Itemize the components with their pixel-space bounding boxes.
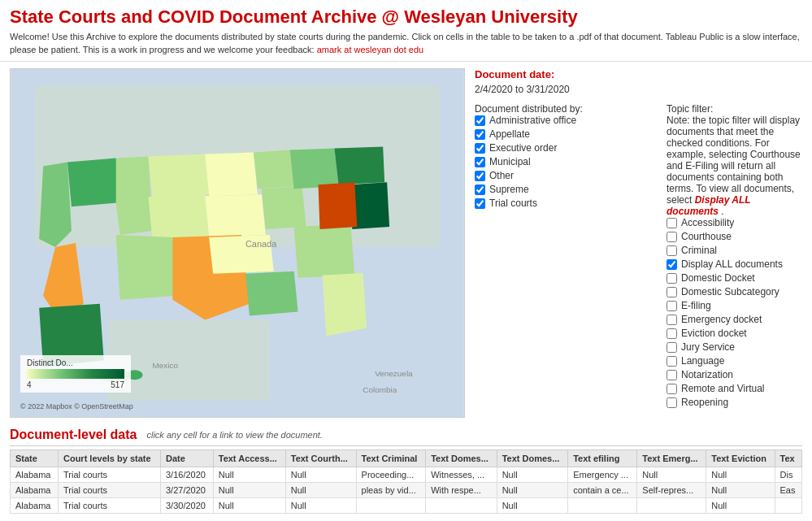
- svg-marker-14: [334, 147, 384, 185]
- topic-filter-checkbox-1[interactable]: [667, 232, 677, 242]
- doc-distributed-label-5[interactable]: Supreme: [489, 184, 529, 195]
- topic-filter-label-4[interactable]: Domestic Docket: [681, 272, 755, 284]
- table-cell-0-8[interactable]: Emergency ...: [568, 467, 637, 483]
- topic-filter-label-7[interactable]: Emergency docket: [681, 314, 762, 325]
- topic-filter-label-5[interactable]: Domestic Subcategory: [681, 286, 779, 297]
- table-cell-0-3[interactable]: Null: [213, 467, 285, 483]
- table-row[interactable]: AlabamaTrial courts3/27/2020NullNullplea…: [11, 483, 802, 498]
- table-col-header-10[interactable]: Text Eviction: [706, 450, 775, 467]
- topic-filter-label-10[interactable]: Language: [681, 355, 724, 367]
- table-cell-2-8[interactable]: [568, 498, 637, 514]
- table-cell-2-3[interactable]: Null: [213, 498, 285, 514]
- topic-filter-checkbox-6[interactable]: [667, 301, 677, 311]
- topic-filter-label-12[interactable]: Remote and Virtual: [681, 383, 765, 394]
- table-col-header-5[interactable]: Text Criminal: [356, 450, 426, 467]
- topic-filter-item: Criminal: [667, 245, 802, 256]
- table-row[interactable]: AlabamaTrial courts3/16/2020NullNullProc…: [11, 467, 802, 483]
- table-col-header-0[interactable]: State: [11, 450, 59, 467]
- topic-filter-label-9[interactable]: Jury Service: [681, 341, 735, 353]
- topic-filter-checkbox-0[interactable]: [667, 218, 677, 228]
- filters-container: Document distributed by: Administrative …: [475, 103, 802, 410]
- table-col-header-6[interactable]: Text Domes...: [426, 450, 497, 467]
- table-cell-1-9[interactable]: Self-repres...: [637, 483, 706, 498]
- table-cell-2-4[interactable]: Null: [285, 498, 356, 514]
- doc-level-header: Document-level data click any cell for a…: [10, 424, 802, 446]
- table-cell-1-6[interactable]: With respe...: [426, 483, 497, 498]
- topic-filter-label-13[interactable]: Reopening: [681, 397, 728, 408]
- topic-filter-checkbox-7[interactable]: [667, 315, 677, 325]
- table-cell-1-8[interactable]: contain a ce...: [568, 483, 637, 498]
- table-cell-0-9[interactable]: Null: [637, 467, 706, 483]
- table-cell-2-5[interactable]: [356, 498, 426, 514]
- table-cell-0-7[interactable]: Null: [497, 467, 568, 483]
- table-cell-1-2[interactable]: 3/27/2020: [161, 483, 214, 498]
- table-cell-0-2[interactable]: 3/16/2020: [161, 467, 214, 483]
- table-col-header-11[interactable]: Tex: [775, 450, 801, 467]
- doc-distributed-checkbox-3[interactable]: [475, 157, 485, 167]
- table-cell-0-0[interactable]: Alabama: [11, 467, 59, 483]
- table-col-header-2[interactable]: Date: [161, 450, 214, 467]
- table-cell-2-10[interactable]: Null: [706, 498, 775, 514]
- doc-distributed-label-4[interactable]: Other: [489, 170, 514, 181]
- doc-distributed-checkbox-6[interactable]: [475, 198, 485, 209]
- doc-distributed-label-0[interactable]: Administrative office: [489, 115, 576, 126]
- topic-filter-label-8[interactable]: Eviction docket: [681, 328, 747, 339]
- table-cell-0-4[interactable]: Null: [285, 467, 356, 483]
- topic-filter-label-0[interactable]: Accessibility: [681, 217, 734, 228]
- table-cell-2-11[interactable]: [775, 498, 801, 514]
- doc-distributed-checkbox-1[interactable]: [475, 129, 485, 140]
- table-cell-1-5[interactable]: pleas by vid...: [356, 483, 426, 498]
- table-cell-1-7[interactable]: Null: [497, 483, 568, 498]
- table-cell-1-11[interactable]: Eas: [775, 483, 801, 498]
- table-col-header-9[interactable]: Text Emerg...: [637, 450, 706, 467]
- topic-filter-checkbox-10[interactable]: [667, 356, 677, 367]
- doc-distributed-checkbox-5[interactable]: [475, 185, 485, 195]
- table-col-header-1[interactable]: Court levels by state: [58, 450, 160, 467]
- table-cell-0-11[interactable]: Dis: [775, 467, 801, 483]
- table-cell-2-1[interactable]: Trial courts: [58, 498, 160, 514]
- doc-level-title: Document-level data: [10, 428, 137, 442]
- table-cell-2-0[interactable]: Alabama: [11, 498, 59, 514]
- table-cell-2-7[interactable]: Null: [497, 498, 568, 514]
- doc-distributed-checkbox-2[interactable]: [475, 143, 485, 154]
- table-row[interactable]: AlabamaTrial courts3/30/2020NullNullNull…: [11, 498, 802, 514]
- topic-filter-label-3[interactable]: Display ALL documents: [681, 258, 783, 270]
- table-cell-2-2[interactable]: 3/30/2020: [161, 498, 214, 514]
- topic-filter-checkbox-2[interactable]: [667, 245, 677, 256]
- table-cell-0-10[interactable]: Null: [706, 467, 775, 483]
- table-cell-0-6[interactable]: Witnesses, ...: [426, 467, 497, 483]
- topic-filter-label-2[interactable]: Criminal: [681, 245, 717, 256]
- topic-filter-checkbox-5[interactable]: [667, 287, 677, 297]
- table-col-header-8[interactable]: Text efiling: [568, 450, 637, 467]
- doc-distributed-label-1[interactable]: Appellate: [489, 128, 530, 140]
- table-col-header-3[interactable]: Text Access...: [213, 450, 285, 467]
- doc-distributed-label-6[interactable]: Trial courts: [489, 198, 537, 209]
- table-cell-0-5[interactable]: Proceeding...: [356, 467, 426, 483]
- email-link[interactable]: amark at wesleyan dot edu: [317, 45, 423, 54]
- topic-filter-checkbox-13[interactable]: [667, 397, 677, 408]
- table-cell-0-1[interactable]: Trial courts: [58, 467, 160, 483]
- table-col-header-4[interactable]: Text Courth...: [285, 450, 356, 467]
- topic-filter-checkbox-12[interactable]: [667, 384, 677, 394]
- topic-filter-label-11[interactable]: Notarization: [681, 369, 733, 380]
- topic-filter-label-6[interactable]: E-filing: [681, 300, 711, 311]
- doc-distributed-label-3[interactable]: Municipal: [489, 156, 531, 167]
- topic-filter-checkbox-8[interactable]: [667, 328, 677, 339]
- table-cell-1-3[interactable]: Null: [213, 483, 285, 498]
- topic-filter-checkbox-4[interactable]: [667, 273, 677, 284]
- table-cell-1-0[interactable]: Alabama: [11, 483, 59, 498]
- table-cell-1-1[interactable]: Trial courts: [58, 483, 160, 498]
- topic-filter-checkbox-11[interactable]: [667, 370, 677, 380]
- table-col-header-7[interactable]: Text Domes...: [497, 450, 568, 467]
- table-cell-2-9[interactable]: [637, 498, 706, 514]
- doc-distributed-checkbox-0[interactable]: [475, 115, 485, 126]
- table-cell-1-4[interactable]: Null: [285, 483, 356, 498]
- table-cell-1-10[interactable]: Null: [706, 483, 775, 498]
- topic-filter-item: Domestic Subcategory: [667, 286, 802, 297]
- topic-filter-checkbox-3[interactable]: [667, 259, 677, 270]
- topic-filter-label-1[interactable]: Courthouse: [681, 231, 732, 242]
- doc-distributed-checkbox-4[interactable]: [475, 171, 485, 181]
- table-cell-2-6[interactable]: [426, 498, 497, 514]
- doc-distributed-label-2[interactable]: Executive order: [489, 142, 557, 154]
- topic-filter-checkbox-9[interactable]: [667, 342, 677, 353]
